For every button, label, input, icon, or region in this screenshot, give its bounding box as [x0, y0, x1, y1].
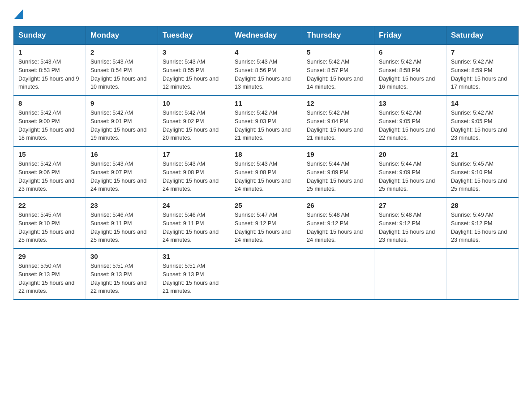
- logo-triangle-icon: [14, 9, 23, 19]
- day-number: 29: [18, 253, 81, 260]
- day-info: Sunrise: 5:43 AMSunset: 8:55 PMDaylight:…: [163, 58, 225, 91]
- week-row-1: 1Sunrise: 5:43 AMSunset: 8:53 PMDaylight…: [14, 45, 519, 96]
- calendar-table: SundayMondayTuesdayWednesdayThursdayFrid…: [13, 26, 519, 300]
- day-info: Sunrise: 5:45 AMSunset: 9:10 PMDaylight:…: [18, 211, 81, 244]
- day-cell: 28Sunrise: 5:49 AMSunset: 9:12 PMDayligh…: [446, 197, 519, 248]
- day-cell: 19Sunrise: 5:44 AMSunset: 9:09 PMDayligh…: [302, 146, 374, 197]
- day-info: Sunrise: 5:49 AMSunset: 9:12 PMDaylight:…: [451, 211, 514, 244]
- day-info: Sunrise: 5:42 AMSunset: 9:02 PMDaylight:…: [163, 109, 225, 142]
- day-info: Sunrise: 5:44 AMSunset: 9:09 PMDaylight:…: [307, 160, 369, 193]
- day-cell: 12Sunrise: 5:42 AMSunset: 9:04 PMDayligh…: [302, 95, 374, 146]
- day-cell: 24Sunrise: 5:46 AMSunset: 9:11 PMDayligh…: [158, 197, 230, 248]
- day-cell: 13Sunrise: 5:42 AMSunset: 9:05 PMDayligh…: [374, 95, 446, 146]
- day-number: 8: [18, 99, 81, 107]
- days-header-row: SundayMondayTuesdayWednesdayThursdayFrid…: [14, 26, 519, 45]
- day-cell: [302, 248, 374, 300]
- day-cell: 1Sunrise: 5:43 AMSunset: 8:53 PMDaylight…: [14, 45, 86, 96]
- day-number: 28: [451, 201, 514, 209]
- day-info: Sunrise: 5:43 AMSunset: 8:56 PMDaylight:…: [235, 58, 297, 91]
- day-number: 7: [451, 48, 514, 56]
- day-cell: 30Sunrise: 5:51 AMSunset: 9:13 PMDayligh…: [86, 248, 158, 300]
- day-cell: 14Sunrise: 5:42 AMSunset: 9:05 PMDayligh…: [446, 95, 519, 146]
- day-cell: 10Sunrise: 5:42 AMSunset: 9:02 PMDayligh…: [158, 95, 230, 146]
- day-info: Sunrise: 5:44 AMSunset: 9:09 PMDaylight:…: [379, 160, 442, 193]
- day-info: Sunrise: 5:42 AMSunset: 9:01 PMDaylight:…: [90, 109, 153, 142]
- day-info: Sunrise: 5:48 AMSunset: 9:12 PMDaylight:…: [379, 211, 442, 244]
- day-number: 5: [307, 48, 369, 56]
- day-info: Sunrise: 5:42 AMSunset: 9:06 PMDaylight:…: [18, 160, 81, 193]
- day-info: Sunrise: 5:42 AMSunset: 9:03 PMDaylight:…: [235, 109, 297, 142]
- day-cell: 3Sunrise: 5:43 AMSunset: 8:55 PMDaylight…: [158, 45, 230, 96]
- day-cell: 31Sunrise: 5:51 AMSunset: 9:13 PMDayligh…: [158, 248, 230, 300]
- day-info: Sunrise: 5:46 AMSunset: 9:11 PMDaylight:…: [163, 211, 225, 244]
- week-row-2: 8Sunrise: 5:42 AMSunset: 9:00 PMDaylight…: [14, 95, 519, 146]
- day-info: Sunrise: 5:48 AMSunset: 9:12 PMDaylight:…: [307, 211, 369, 244]
- day-number: 24: [163, 201, 225, 209]
- day-info: Sunrise: 5:42 AMSunset: 9:05 PMDaylight:…: [379, 109, 442, 142]
- day-number: 14: [451, 99, 514, 107]
- day-number: 1: [18, 48, 81, 56]
- header-day-wednesday: Wednesday: [230, 26, 302, 45]
- header-day-friday: Friday: [374, 26, 446, 45]
- day-number: 18: [235, 150, 297, 158]
- day-cell: 5Sunrise: 5:42 AMSunset: 8:57 PMDaylight…: [302, 45, 374, 96]
- day-info: Sunrise: 5:43 AMSunset: 8:54 PMDaylight:…: [90, 58, 153, 91]
- day-cell: 22Sunrise: 5:45 AMSunset: 9:10 PMDayligh…: [14, 197, 86, 248]
- day-info: Sunrise: 5:43 AMSunset: 9:08 PMDaylight:…: [163, 160, 225, 193]
- header-day-sunday: Sunday: [14, 26, 86, 45]
- day-number: 6: [379, 48, 442, 56]
- day-info: Sunrise: 5:42 AMSunset: 9:00 PMDaylight:…: [18, 109, 81, 142]
- day-number: 16: [90, 150, 153, 158]
- day-number: 20: [379, 150, 442, 158]
- day-cell: [374, 248, 446, 300]
- day-number: 11: [235, 99, 297, 107]
- day-number: 26: [307, 201, 369, 209]
- day-number: 23: [90, 201, 153, 209]
- day-info: Sunrise: 5:43 AMSunset: 8:53 PMDaylight:…: [18, 58, 81, 91]
- day-cell: 8Sunrise: 5:42 AMSunset: 9:00 PMDaylight…: [14, 95, 86, 146]
- day-info: Sunrise: 5:43 AMSunset: 9:08 PMDaylight:…: [235, 160, 297, 193]
- day-number: 15: [18, 150, 81, 158]
- day-number: 3: [163, 48, 225, 56]
- day-cell: [446, 248, 519, 300]
- day-number: 10: [163, 99, 225, 107]
- day-number: 17: [163, 150, 225, 158]
- day-cell: 16Sunrise: 5:43 AMSunset: 9:07 PMDayligh…: [86, 146, 158, 197]
- day-cell: 7Sunrise: 5:42 AMSunset: 8:59 PMDaylight…: [446, 45, 519, 96]
- day-cell: 20Sunrise: 5:44 AMSunset: 9:09 PMDayligh…: [374, 146, 446, 197]
- day-info: Sunrise: 5:51 AMSunset: 9:13 PMDaylight:…: [163, 262, 225, 295]
- day-cell: 2Sunrise: 5:43 AMSunset: 8:54 PMDaylight…: [86, 45, 158, 96]
- header-day-tuesday: Tuesday: [158, 26, 230, 45]
- header-day-monday: Monday: [86, 26, 158, 45]
- day-number: 31: [163, 253, 225, 260]
- day-info: Sunrise: 5:46 AMSunset: 9:11 PMDaylight:…: [90, 211, 153, 244]
- day-number: 13: [379, 99, 442, 107]
- day-number: 22: [18, 201, 81, 209]
- day-number: 21: [451, 150, 514, 158]
- day-info: Sunrise: 5:47 AMSunset: 9:12 PMDaylight:…: [235, 211, 297, 244]
- day-cell: 23Sunrise: 5:46 AMSunset: 9:11 PMDayligh…: [86, 197, 158, 248]
- week-row-3: 15Sunrise: 5:42 AMSunset: 9:06 PMDayligh…: [14, 146, 519, 197]
- header: [13, 9, 519, 19]
- day-number: 25: [235, 201, 297, 209]
- day-number: 12: [307, 99, 369, 107]
- day-info: Sunrise: 5:42 AMSunset: 9:04 PMDaylight:…: [307, 109, 369, 142]
- week-row-5: 29Sunrise: 5:50 AMSunset: 9:13 PMDayligh…: [14, 248, 519, 300]
- day-cell: 6Sunrise: 5:42 AMSunset: 8:58 PMDaylight…: [374, 45, 446, 96]
- day-info: Sunrise: 5:42 AMSunset: 8:57 PMDaylight:…: [307, 58, 369, 91]
- day-cell: 15Sunrise: 5:42 AMSunset: 9:06 PMDayligh…: [14, 146, 86, 197]
- day-number: 30: [90, 253, 153, 260]
- day-cell: 17Sunrise: 5:43 AMSunset: 9:08 PMDayligh…: [158, 146, 230, 197]
- header-day-saturday: Saturday: [446, 26, 519, 45]
- day-cell: 27Sunrise: 5:48 AMSunset: 9:12 PMDayligh…: [374, 197, 446, 248]
- day-cell: 25Sunrise: 5:47 AMSunset: 9:12 PMDayligh…: [230, 197, 302, 248]
- day-cell: [230, 248, 302, 300]
- day-cell: 9Sunrise: 5:42 AMSunset: 9:01 PMDaylight…: [86, 95, 158, 146]
- logo: [13, 9, 23, 19]
- svg-marker-0: [14, 9, 23, 19]
- day-number: 19: [307, 150, 369, 158]
- day-info: Sunrise: 5:42 AMSunset: 8:59 PMDaylight:…: [451, 58, 514, 91]
- header-day-thursday: Thursday: [302, 26, 374, 45]
- day-info: Sunrise: 5:42 AMSunset: 9:05 PMDaylight:…: [451, 109, 514, 142]
- day-cell: 29Sunrise: 5:50 AMSunset: 9:13 PMDayligh…: [14, 248, 86, 300]
